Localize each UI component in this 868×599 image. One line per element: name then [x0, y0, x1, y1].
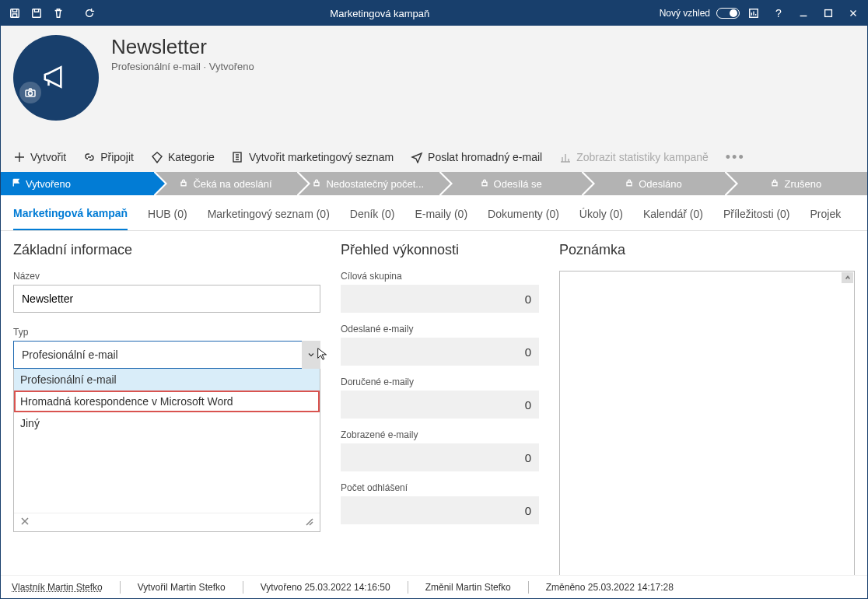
content-area: Základní informace Název Typ Profesionál… — [1, 231, 867, 575]
delivered-value — [341, 391, 539, 419]
sent-label: Odeslané e-maily — [341, 324, 539, 335]
send-mass-email-button[interactable]: Poslat hromadný e-mail — [411, 151, 542, 163]
stage-cancelled[interactable]: Zrušeno — [725, 172, 867, 195]
svg-rect-0 — [11, 9, 19, 18]
cursor-icon — [316, 347, 330, 363]
svg-rect-2 — [33, 9, 41, 18]
resize-grip-icon[interactable] — [304, 517, 313, 528]
send-icon — [411, 151, 423, 163]
dropdown-footer — [14, 513, 320, 531]
save-close-icon[interactable] — [26, 2, 47, 24]
flag-icon — [12, 178, 21, 190]
minimize-button[interactable] — [793, 2, 814, 24]
delivered-label: Doručené e-maily — [341, 377, 539, 387]
app-window: Marketingová kampaň Nový vzhled ? Newsle… — [0, 0, 868, 599]
create-button[interactable]: Vytvořit — [13, 151, 66, 163]
tab-journal[interactable]: Deník (0) — [350, 197, 395, 229]
name-label: Název — [13, 271, 320, 282]
svg-rect-11 — [627, 182, 632, 186]
basic-info-column: Základní informace Název Typ Profesionál… — [13, 242, 320, 575]
svg-rect-9 — [314, 182, 319, 186]
plus-icon — [13, 151, 26, 163]
refresh-icon[interactable] — [79, 2, 100, 24]
lock-icon — [480, 178, 489, 190]
owner-info[interactable]: Vlastník Martin Stefko — [12, 582, 103, 593]
note-textarea[interactable] — [559, 271, 855, 575]
type-dropdown: Profesionální e-mail Hromadná koresponde… — [13, 369, 320, 532]
viewed-value — [341, 443, 539, 471]
unsub-label: Počet odhlášení — [341, 482, 539, 493]
stage-bar: Vytvořeno Čeká na odeslání Nedostatečný … — [1, 172, 867, 195]
tab-bar: Marketingová kampaň HUB (0) Marketingový… — [1, 195, 867, 231]
tab-documents[interactable]: Dokumenty (0) — [488, 197, 559, 229]
tab-projects[interactable]: Projek — [810, 197, 842, 229]
type-option-professional-email[interactable]: Profesionální e-mail — [14, 369, 320, 391]
name-input[interactable] — [13, 285, 320, 313]
new-look-label: Nový vzhled — [660, 8, 713, 19]
record-subtitle: Profesionální e-mail · Vytvořeno — [111, 61, 254, 72]
svg-point-6 — [29, 92, 33, 96]
link-icon — [83, 151, 96, 163]
stage-sent[interactable]: Odesláno — [582, 172, 724, 195]
type-option-word-merge[interactable]: Hromadná korespondence v Microsoft Word — [14, 391, 320, 412]
tag-icon — [151, 151, 163, 163]
stats-icon — [559, 151, 572, 163]
save-icon[interactable] — [4, 2, 26, 24]
stage-waiting[interactable]: Čeká na odeslání — [154, 172, 296, 195]
lock-icon — [625, 178, 634, 190]
unsub-value — [341, 496, 539, 524]
type-option-other[interactable]: Jiný — [14, 412, 320, 434]
window-title: Marketingová kampaň — [100, 8, 660, 19]
tab-opportunities[interactable]: Příležitosti (0) — [723, 197, 790, 229]
status-bar: Vlastník Martin Stefko Vytvořil Martin S… — [1, 575, 867, 598]
title-bar-right: Nový vzhled ? — [660, 2, 864, 24]
show-stats-button: Zobrazit statistiky kampaně — [559, 151, 709, 163]
tab-marketing-list[interactable]: Marketingový seznam (0) — [208, 197, 330, 229]
modified-at-info: Změněno 25.03.2022 14:17:28 — [546, 582, 674, 593]
camera-icon[interactable] — [19, 82, 41, 103]
svg-rect-1 — [12, 14, 16, 17]
basic-info-heading: Základní informace — [13, 242, 320, 258]
record-header: Newsletter Profesionální e-mail · Vytvoř… — [1, 26, 867, 172]
tab-calendar[interactable]: Kalendář (0) — [643, 197, 703, 229]
type-select[interactable]: Profesionální e-mail Profesionální e-mai… — [13, 341, 320, 369]
note-column: Poznámka — [559, 242, 855, 575]
svg-rect-10 — [482, 182, 487, 186]
svg-rect-8 — [181, 182, 186, 186]
type-select-value[interactable]: Profesionální e-mail — [13, 341, 320, 369]
lock-icon — [770, 178, 779, 190]
new-look-toggle[interactable] — [716, 8, 740, 19]
scroll-up-icon[interactable] — [842, 272, 853, 283]
tab-hub[interactable]: HUB (0) — [148, 197, 187, 229]
stage-created[interactable]: Vytvořeno — [1, 172, 154, 195]
close-button[interactable] — [842, 2, 864, 24]
chart-icon[interactable] — [743, 2, 765, 24]
created-by-info: Vytvořil Martin Stefko — [138, 582, 226, 593]
more-commands-button[interactable]: ••• — [726, 149, 745, 166]
created-at-info: Vytvořeno 25.03.2022 14:16:50 — [261, 582, 390, 593]
note-heading: Poznámka — [559, 242, 855, 258]
svg-rect-12 — [772, 182, 777, 186]
target-group-value — [341, 285, 539, 313]
performance-heading: Přehled výkonnosti — [341, 242, 539, 258]
type-label: Typ — [13, 327, 320, 338]
tab-marketing-campaign[interactable]: Marketingová kampaň — [13, 196, 128, 230]
record-title: Newsletter — [111, 35, 254, 59]
command-bar: Vytvořit Připojit Kategorie Vytvořit mar… — [13, 142, 855, 172]
create-marketing-list-button[interactable]: Vytvořit marketingový seznam — [232, 151, 394, 163]
stage-sending[interactable]: Odesílá se — [439, 172, 582, 195]
tab-emails[interactable]: E-maily (0) — [415, 197, 467, 229]
stage-insufficient[interactable]: Nedostatečný počet... — [297, 172, 439, 195]
maximize-button[interactable] — [817, 2, 839, 24]
svg-rect-4 — [825, 10, 832, 17]
tab-tasks[interactable]: Úkoly (0) — [579, 197, 623, 229]
help-icon[interactable]: ? — [768, 2, 789, 24]
record-avatar[interactable] — [13, 35, 99, 121]
performance-column: Přehled výkonnosti Cílová skupina Odesla… — [341, 242, 539, 575]
category-button[interactable]: Kategorie — [151, 151, 215, 163]
link-button[interactable]: Připojit — [83, 151, 134, 163]
close-icon[interactable] — [20, 517, 30, 528]
target-group-label: Cílová skupina — [341, 271, 539, 282]
viewed-label: Zobrazené e-maily — [341, 429, 539, 440]
delete-icon[interactable] — [47, 2, 69, 24]
